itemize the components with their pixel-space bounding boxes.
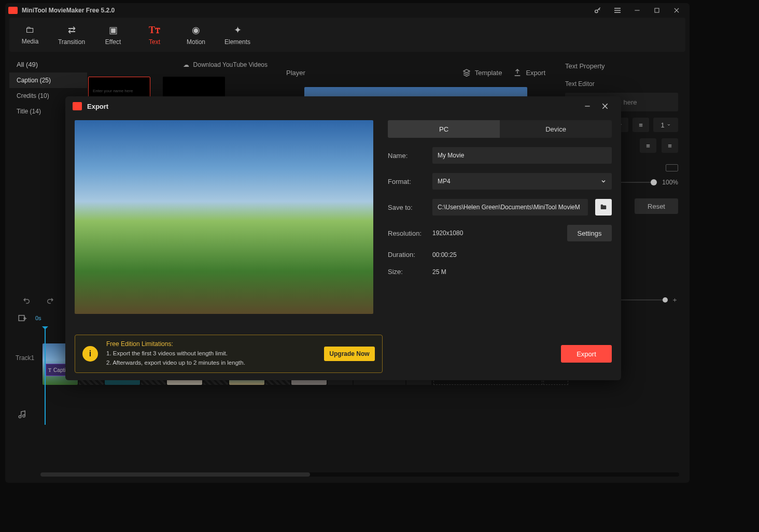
duration-value: 00:00:25 bbox=[432, 251, 457, 258]
color-swatch[interactable] bbox=[666, 164, 678, 171]
panel-title: Text Property bbox=[565, 62, 678, 70]
browse-button[interactable] bbox=[595, 199, 612, 215]
track-label: Track1 bbox=[16, 354, 39, 362]
segment-pc[interactable]: PC bbox=[388, 120, 500, 138]
category-all[interactable]: All (49) bbox=[9, 57, 87, 73]
template-button[interactable]: Template bbox=[462, 68, 502, 77]
name-input[interactable] bbox=[432, 147, 612, 164]
main-toolbar: 🗀Media ⇄Transition ▣Effect TᴛText ◉Motio… bbox=[9, 18, 685, 52]
layers-icon bbox=[462, 68, 471, 77]
info-icon: i bbox=[82, 346, 98, 362]
minimize-icon[interactable] bbox=[627, 3, 647, 18]
tab-text[interactable]: TᴛText bbox=[134, 18, 175, 52]
svg-rect-1 bbox=[655, 8, 659, 12]
audio-track-icon[interactable] bbox=[18, 410, 27, 419]
save-path-input[interactable] bbox=[432, 199, 588, 215]
export-dialog: Export PC Device Name: Format: MP4 bbox=[65, 96, 621, 380]
settings-button[interactable]: Settings bbox=[567, 225, 612, 241]
maximize-icon[interactable] bbox=[647, 3, 667, 18]
export-preview bbox=[75, 120, 373, 314]
resolution-value: 1920x1080 bbox=[432, 229, 463, 237]
tab-elements[interactable]: ✦Elements bbox=[217, 18, 258, 52]
export-button[interactable]: Export bbox=[513, 68, 545, 77]
svg-rect-2 bbox=[19, 315, 24, 321]
close-icon[interactable] bbox=[596, 98, 614, 114]
menu-icon[interactable] bbox=[608, 3, 627, 18]
minimize-icon[interactable] bbox=[579, 98, 596, 114]
chevron-down-icon bbox=[600, 178, 607, 184]
undo-icon[interactable] bbox=[22, 296, 31, 306]
elements-icon: ✦ bbox=[234, 24, 242, 36]
effect-icon: ▣ bbox=[109, 24, 118, 36]
download-youtube-link[interactable]: ☁ Download YouTube Videos bbox=[87, 57, 274, 73]
limitation-banner: i Free Edition Limitations: 1. Export th… bbox=[75, 335, 383, 373]
timestamp: 0s bbox=[35, 315, 41, 321]
timeline-scrollbar[interactable] bbox=[40, 472, 679, 477]
tab-motion[interactable]: ◉Motion bbox=[175, 18, 217, 52]
align-right-icon[interactable]: ≡ bbox=[662, 138, 678, 153]
app-title: MiniTool MovieMaker Free 5.2.0 bbox=[22, 7, 115, 14]
transition-icon: ⇄ bbox=[68, 24, 76, 36]
tab-transition[interactable]: ⇄Transition bbox=[51, 18, 92, 52]
align-left-icon[interactable]: ≡ bbox=[640, 138, 656, 153]
tab-effect[interactable]: ▣Effect bbox=[92, 18, 134, 52]
reset-button[interactable]: Reset bbox=[635, 198, 678, 214]
cloud-download-icon: ☁ bbox=[183, 61, 189, 68]
app-logo-icon bbox=[8, 7, 18, 14]
player-label: Player bbox=[286, 69, 305, 77]
tab-media[interactable]: 🗀Media bbox=[9, 18, 51, 52]
line-spacing-icon[interactable]: ≡ bbox=[632, 118, 649, 132]
playhead[interactable] bbox=[45, 327, 46, 425]
size-value: 25 M bbox=[432, 268, 446, 276]
svg-point-0 bbox=[595, 10, 598, 12]
zoom-in-icon[interactable]: ＋ bbox=[671, 295, 678, 305]
target-segmented: PC Device bbox=[388, 120, 612, 138]
redo-icon[interactable] bbox=[46, 296, 55, 306]
segment-device[interactable]: Device bbox=[500, 120, 612, 138]
export-confirm-button[interactable]: Export bbox=[561, 345, 612, 363]
folder-icon: 🗀 bbox=[25, 24, 35, 35]
format-select[interactable]: MP4 bbox=[432, 173, 612, 190]
dialog-title: Export bbox=[87, 103, 108, 110]
titlebar: MiniTool MovieMaker Free 5.2.0 bbox=[5, 3, 690, 18]
motion-icon: ◉ bbox=[192, 24, 200, 36]
close-icon[interactable] bbox=[667, 3, 686, 18]
zoom-slider[interactable] bbox=[621, 299, 665, 300]
add-track-icon[interactable] bbox=[18, 313, 27, 323]
line-height-select[interactable]: 1 bbox=[653, 118, 678, 132]
export-form: PC Device Name: Format: MP4 Save to: bbox=[388, 120, 612, 314]
license-key-icon[interactable] bbox=[588, 3, 608, 18]
app-logo-icon bbox=[73, 102, 82, 110]
text-icon: Tᴛ bbox=[149, 24, 160, 36]
export-icon bbox=[513, 68, 522, 77]
category-caption[interactable]: Caption (25) bbox=[9, 73, 87, 88]
folder-icon bbox=[599, 204, 608, 211]
upgrade-button[interactable]: Upgrade Now bbox=[324, 347, 375, 361]
